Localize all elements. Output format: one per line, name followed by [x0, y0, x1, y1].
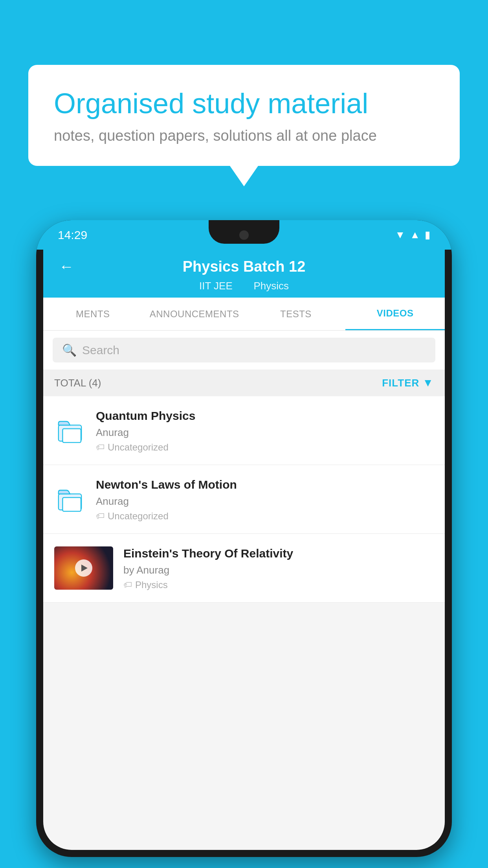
- folder-icon: [56, 485, 84, 514]
- svg-rect-3: [62, 498, 81, 511]
- folder-icon: [56, 416, 84, 445]
- speech-bubble-subtitle: notes, question papers, solutions all at…: [54, 127, 434, 144]
- tag-label: Uncategorized: [108, 442, 169, 453]
- app-header-top: ← Physics Batch 12: [59, 258, 429, 278]
- tab-announcements[interactable]: ANNOUNCEMENTS: [143, 298, 246, 330]
- battery-icon: ▮: [425, 229, 430, 241]
- signal-icon: ▲: [410, 229, 420, 241]
- tabs-bar: MENTS ANNOUNCEMENTS TESTS VIDEOS: [43, 298, 445, 331]
- video-info: Einstein's Theory Of Relativity by Anura…: [123, 546, 434, 590]
- speech-bubble-title: Organised study material: [54, 86, 434, 120]
- app-header: ← Physics Batch 12 IIT JEE Physics: [43, 250, 445, 298]
- tag-icon: 🏷: [96, 511, 105, 521]
- video-title: Einstein's Theory Of Relativity: [123, 546, 434, 561]
- video-tag: 🏷 Uncategorized: [96, 511, 434, 522]
- play-button[interactable]: [75, 559, 92, 577]
- list-item[interactable]: Quantum Physics Anurag 🏷 Uncategorized: [43, 396, 445, 465]
- status-icons: ▼ ▲ ▮: [395, 229, 430, 241]
- video-title: Quantum Physics: [96, 408, 434, 423]
- video-info: Newton's Laws of Motion Anurag 🏷 Uncateg…: [96, 477, 434, 522]
- tab-tests[interactable]: TESTS: [246, 298, 346, 330]
- batch-title: Physics Batch 12: [183, 258, 306, 275]
- folder-icon-container: [54, 484, 86, 515]
- phone-notch: [209, 220, 279, 244]
- wifi-icon: ▼: [395, 229, 405, 241]
- tag-label: Physics: [135, 579, 168, 590]
- header-subtitle: IIT JEE Physics: [59, 280, 429, 298]
- speech-bubble: Organised study material notes, question…: [28, 65, 460, 166]
- filter-icon: ▼: [422, 377, 434, 389]
- list-item[interactable]: Einstein's Theory Of Relativity by Anura…: [43, 534, 445, 603]
- phone-frame: 14:29 ▼ ▲ ▮ ← Physics Batch 12 IIT JEE P…: [36, 220, 452, 857]
- back-button[interactable]: ←: [59, 258, 74, 275]
- subtitle-separator: [242, 280, 247, 292]
- video-thumbnail: [54, 546, 113, 590]
- video-info: Quantum Physics Anurag 🏷 Uncategorized: [96, 408, 434, 453]
- search-placeholder: Search: [82, 344, 119, 357]
- subtitle-physics: Physics: [253, 280, 289, 292]
- video-tag: 🏷 Physics: [123, 579, 434, 590]
- video-tag: 🏷 Uncategorized: [96, 442, 434, 453]
- front-camera: [239, 230, 249, 240]
- total-count: TOTAL (4): [54, 377, 101, 389]
- video-list: Quantum Physics Anurag 🏷 Uncategorized: [43, 396, 445, 603]
- list-item[interactable]: Newton's Laws of Motion Anurag 🏷 Uncateg…: [43, 465, 445, 534]
- video-author: Anurag: [96, 495, 434, 508]
- subtitle-iitjee: IIT JEE: [199, 280, 233, 292]
- tag-icon: 🏷: [123, 580, 132, 590]
- filter-button[interactable]: FILTER ▼: [382, 377, 434, 389]
- search-icon: 🔍: [62, 343, 77, 357]
- tag-label: Uncategorized: [108, 511, 169, 522]
- status-time: 14:29: [58, 228, 87, 242]
- folder-icon-container: [54, 415, 86, 446]
- video-author: by Anurag: [123, 564, 434, 576]
- tab-ments[interactable]: MENTS: [43, 298, 143, 330]
- play-triangle-icon: [81, 565, 88, 572]
- filter-bar: TOTAL (4) FILTER ▼: [43, 370, 445, 396]
- tab-videos[interactable]: VIDEOS: [345, 298, 445, 330]
- phone-screen: ← Physics Batch 12 IIT JEE Physics MENTS…: [43, 250, 445, 850]
- svg-rect-1: [62, 429, 81, 443]
- tag-icon: 🏷: [96, 442, 105, 452]
- search-box[interactable]: 🔍 Search: [53, 338, 435, 362]
- search-container: 🔍 Search: [43, 331, 445, 370]
- video-author: Anurag: [96, 427, 434, 439]
- filter-label: FILTER: [382, 377, 419, 389]
- video-title: Newton's Laws of Motion: [96, 477, 434, 492]
